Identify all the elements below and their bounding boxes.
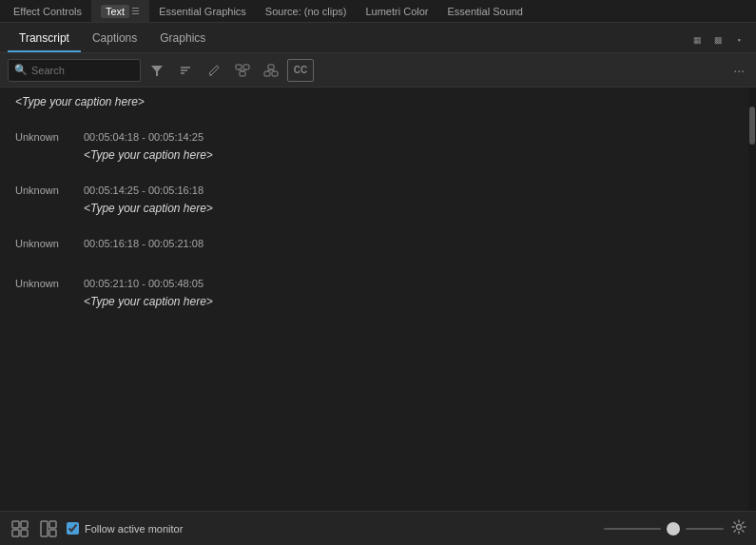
cc-button[interactable]: CC bbox=[287, 59, 314, 82]
tab-captions[interactable]: Captions bbox=[81, 26, 148, 52]
svg-rect-17 bbox=[12, 530, 19, 536]
transcript-entry: Unknown 00:05:21:10 - 00:05:48:05 <Type … bbox=[15, 278, 733, 316]
follow-active-monitor-label: Follow active monitor bbox=[85, 523, 183, 535]
speaker-name: Unknown bbox=[15, 278, 72, 289]
panel-icon-3[interactable]: ▪ bbox=[729, 31, 748, 49]
time-range: 00:05:21:10 - 00:05:48:05 bbox=[84, 278, 204, 289]
toolbar: 🔍 CC bbox=[0, 53, 756, 88]
content-area: <Type your caption here> Unknown 00:05:0… bbox=[0, 88, 756, 511]
svg-rect-10 bbox=[268, 65, 274, 69]
slider-track-left bbox=[604, 528, 661, 530]
merge-button[interactable] bbox=[230, 59, 255, 82]
caption-text[interactable]: <Type your caption here> bbox=[15, 95, 733, 108]
time-range: 00:05:14:25 - 00:05:16:18 bbox=[84, 185, 204, 196]
bottom-icon-layout1[interactable] bbox=[10, 518, 30, 539]
svg-rect-20 bbox=[49, 521, 56, 528]
entry-header: Unknown 00:05:21:10 - 00:05:48:05 bbox=[15, 278, 733, 289]
slider-track-right bbox=[686, 528, 724, 530]
secondary-tab-group: Transcript Captions Graphics bbox=[8, 26, 217, 52]
edit-button[interactable] bbox=[202, 59, 226, 82]
scrollbar-track[interactable] bbox=[748, 88, 756, 511]
svg-rect-7 bbox=[240, 71, 245, 76]
top-tab-bar: Effect Controls Text ☰ Essential Graphic… bbox=[0, 0, 756, 23]
time-range: 00:05:16:18 - 00:05:21:08 bbox=[84, 238, 204, 249]
entry-header: Unknown 00:05:14:25 - 00:05:16:18 bbox=[15, 185, 733, 196]
follow-active-monitor-wrap[interactable]: Follow active monitor bbox=[67, 522, 183, 535]
search-icon: 🔍 bbox=[14, 64, 28, 76]
svg-rect-11 bbox=[264, 71, 270, 76]
bottom-icon-layout2[interactable] bbox=[38, 518, 59, 539]
tab-transcript[interactable]: Transcript bbox=[8, 26, 81, 52]
svg-rect-6 bbox=[243, 65, 249, 69]
entry-header: Unknown 00:05:16:18 - 00:05:21:08 bbox=[15, 238, 733, 249]
transcript-scroll[interactable]: <Type your caption here> Unknown 00:05:0… bbox=[0, 88, 748, 511]
svg-point-22 bbox=[737, 525, 742, 530]
slider-area bbox=[604, 522, 724, 535]
caption-text[interactable]: <Type your caption here> bbox=[84, 202, 733, 215]
tab-graphics[interactable]: Graphics bbox=[148, 26, 217, 52]
follow-active-monitor-checkbox[interactable] bbox=[67, 522, 79, 535]
entry-header: Unknown 00:05:04:18 - 00:05:14:25 bbox=[15, 131, 733, 143]
slider-knob[interactable] bbox=[667, 522, 680, 535]
tab-lumetri-color[interactable]: Lumetri Color bbox=[356, 0, 437, 22]
transcript-entry: Unknown 00:05:14:25 - 00:05:16:18 <Type … bbox=[15, 185, 733, 223]
secondary-tab-bar: Transcript Captions Graphics ▦ ▩ ▪ bbox=[0, 23, 756, 53]
svg-rect-21 bbox=[49, 530, 56, 536]
tab-text[interactable]: Text ☰ bbox=[91, 0, 149, 22]
time-range: 00:05:04:18 - 00:05:14:25 bbox=[84, 131, 204, 143]
transcript-entry: <Type your caption here> bbox=[15, 95, 733, 116]
tab-essential-graphics[interactable]: Essential Graphics bbox=[149, 0, 256, 22]
panel-icon-2[interactable]: ▩ bbox=[708, 31, 727, 49]
split-button[interactable] bbox=[259, 59, 283, 82]
bottom-bar: Follow active monitor bbox=[0, 511, 756, 545]
settings-icon-button[interactable] bbox=[731, 519, 746, 537]
speaker-name: Unknown bbox=[15, 238, 72, 249]
svg-rect-18 bbox=[21, 530, 28, 536]
svg-rect-15 bbox=[12, 521, 19, 528]
transcript-entry: Unknown 00:05:04:18 - 00:05:14:25 <Type … bbox=[15, 131, 733, 169]
tab-effect-controls[interactable]: Effect Controls bbox=[4, 0, 91, 22]
search-input[interactable] bbox=[31, 65, 134, 76]
filter-button[interactable] bbox=[145, 59, 169, 82]
svg-rect-12 bbox=[272, 71, 278, 76]
scrollbar-thumb[interactable] bbox=[749, 107, 755, 145]
tab-source[interactable]: Source: (no clips) bbox=[256, 0, 357, 22]
svg-rect-5 bbox=[236, 65, 242, 69]
more-options-button[interactable]: ··· bbox=[729, 63, 748, 78]
secondary-tab-right-icons: ▦ ▩ ▪ bbox=[688, 31, 748, 52]
caption-text[interactable]: <Type your caption here> bbox=[84, 295, 733, 308]
search-box[interactable]: 🔍 bbox=[8, 59, 141, 82]
svg-rect-16 bbox=[21, 521, 28, 528]
sort-button[interactable] bbox=[173, 59, 198, 82]
transcript-entry: Unknown 00:05:16:18 - 00:05:21:08 bbox=[15, 238, 733, 263]
caption-text[interactable]: <Type your caption here> bbox=[84, 148, 733, 162]
tab-essential-sound[interactable]: Essential Sound bbox=[437, 0, 533, 22]
speaker-name: Unknown bbox=[15, 131, 72, 143]
svg-rect-19 bbox=[41, 521, 48, 536]
svg-marker-0 bbox=[151, 66, 163, 76]
panel-icon-1[interactable]: ▦ bbox=[688, 31, 707, 49]
speaker-name: Unknown bbox=[15, 185, 72, 196]
